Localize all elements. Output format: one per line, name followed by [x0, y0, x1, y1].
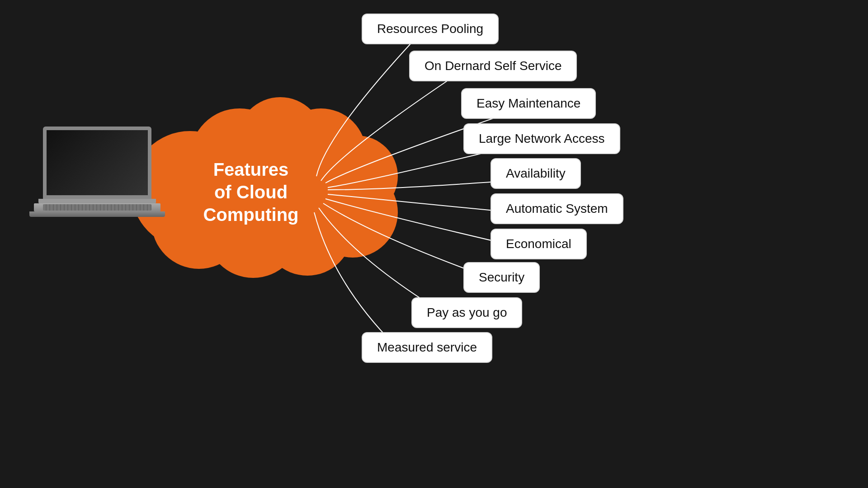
laptop-illustration — [27, 127, 167, 253]
feature-easy-maintenance: Easy Maintenance — [461, 88, 596, 119]
feature-large-network-access: Large Network Access — [463, 123, 620, 154]
feature-resources-pooling: Resources Pooling — [362, 14, 499, 44]
cloud-title: Features of Cloud Computing — [176, 158, 326, 226]
feature-measured-service: Measured service — [362, 332, 492, 363]
feature-pay-as-you-go: Pay as you go — [411, 297, 522, 328]
feature-on-demand-self-service: On Dernard Self Service — [409, 51, 577, 81]
svg-point-4 — [316, 136, 398, 217]
feature-availability: Availability — [491, 158, 581, 189]
feature-automatic-system: Automatic System — [491, 193, 623, 224]
feature-security: Security — [463, 262, 540, 293]
feature-economical: Economical — [491, 229, 587, 259]
